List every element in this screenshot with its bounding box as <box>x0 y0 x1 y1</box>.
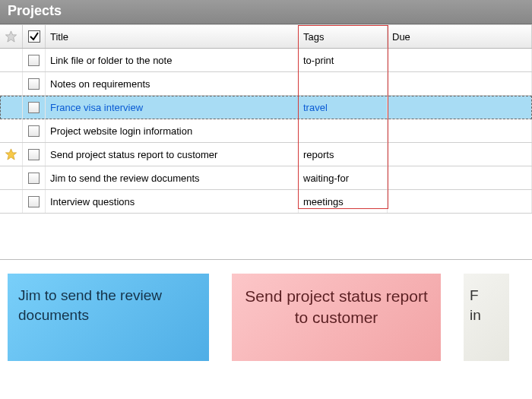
star-icon <box>5 30 17 43</box>
row-star-cell[interactable] <box>0 72 23 95</box>
sticky-note-blue[interactable]: Jim to send the review documents <box>8 274 209 361</box>
table-row[interactable]: Link file or folder to the noteto-print <box>0 49 532 72</box>
sticky-note-grey-partial[interactable]: F in <box>464 274 509 361</box>
column-header-star[interactable] <box>0 25 23 48</box>
table-row[interactable]: Interview questionsmeetings <box>0 190 532 214</box>
row-due-cell[interactable] <box>388 96 532 119</box>
row-star-cell[interactable] <box>0 49 23 71</box>
sticky-note-pink[interactable]: Send project status report to customer <box>232 274 441 361</box>
column-headers: Title Tags Due <box>0 24 532 49</box>
table-row[interactable]: Project website login information <box>0 119 532 143</box>
row-star-cell[interactable] <box>0 166 23 189</box>
svg-marker-0 <box>5 31 16 42</box>
table-row[interactable]: Jim to send the review documentswaiting-… <box>0 166 532 190</box>
row-due-cell[interactable] <box>388 143 532 166</box>
done-checkbox[interactable] <box>28 125 40 137</box>
row-due-cell[interactable] <box>388 49 532 71</box>
row-done-cell[interactable] <box>23 143 46 166</box>
column-header-title[interactable]: Title <box>46 25 299 48</box>
task-grid: Title Tags Due Link file or folder to th… <box>0 24 532 214</box>
row-tags-cell[interactable]: meetings <box>299 190 388 213</box>
row-title-cell[interactable]: Notes on requirements <box>46 72 299 95</box>
column-header-due[interactable]: Due <box>388 25 532 48</box>
row-star-cell[interactable] <box>0 119 23 142</box>
done-checkbox[interactable] <box>28 149 40 160</box>
row-due-cell[interactable] <box>388 119 532 142</box>
checkbox-checked-icon <box>28 30 40 43</box>
row-star-cell[interactable] <box>0 96 23 119</box>
column-header-tags[interactable]: Tags <box>299 25 388 48</box>
row-done-cell[interactable] <box>23 119 46 142</box>
row-star-cell[interactable] <box>0 143 23 166</box>
sticky-notes-panel: Jim to send the review documents Send pr… <box>0 259 532 361</box>
done-checkbox[interactable] <box>28 55 40 66</box>
row-tags-cell[interactable]: to-print <box>299 49 388 71</box>
table-row[interactable]: France visa interviewtravel <box>0 96 532 119</box>
task-rows: Link file or folder to the noteto-printN… <box>0 49 532 214</box>
row-due-cell[interactable] <box>388 72 532 95</box>
row-due-cell[interactable] <box>388 166 532 189</box>
row-done-cell[interactable] <box>23 49 46 71</box>
done-checkbox[interactable] <box>28 173 40 184</box>
done-checkbox[interactable] <box>28 78 40 90</box>
svg-rect-1 <box>28 31 40 43</box>
svg-marker-2 <box>5 149 16 160</box>
row-title-cell[interactable]: Project website login information <box>46 119 299 142</box>
row-done-cell[interactable] <box>23 166 46 189</box>
row-title-cell[interactable]: Send project status report to customer <box>46 143 299 166</box>
column-header-done[interactable] <box>23 25 46 48</box>
row-title-cell[interactable]: Link file or folder to the note <box>46 49 299 71</box>
row-title-cell[interactable]: Interview questions <box>46 190 299 213</box>
row-done-cell[interactable] <box>23 190 46 213</box>
row-title-cell[interactable]: France visa interview <box>46 96 299 119</box>
row-star-cell[interactable] <box>0 190 23 213</box>
window-title: Projects <box>0 0 532 24</box>
row-tags-cell[interactable] <box>299 119 388 142</box>
row-due-cell[interactable] <box>388 190 532 213</box>
done-checkbox[interactable] <box>28 102 40 113</box>
row-tags-cell[interactable]: waiting-for <box>299 166 388 189</box>
done-checkbox[interactable] <box>28 196 40 207</box>
table-row[interactable]: Send project status report to customerre… <box>0 143 532 166</box>
row-tags-cell[interactable]: travel <box>299 96 388 119</box>
table-row[interactable]: Notes on requirements <box>0 72 532 96</box>
row-tags-cell[interactable] <box>299 72 388 95</box>
row-done-cell[interactable] <box>23 96 46 119</box>
row-done-cell[interactable] <box>23 72 46 95</box>
row-title-cell[interactable]: Jim to send the review documents <box>46 166 299 189</box>
star-icon <box>5 147 17 161</box>
row-tags-cell[interactable]: reports <box>299 143 388 166</box>
